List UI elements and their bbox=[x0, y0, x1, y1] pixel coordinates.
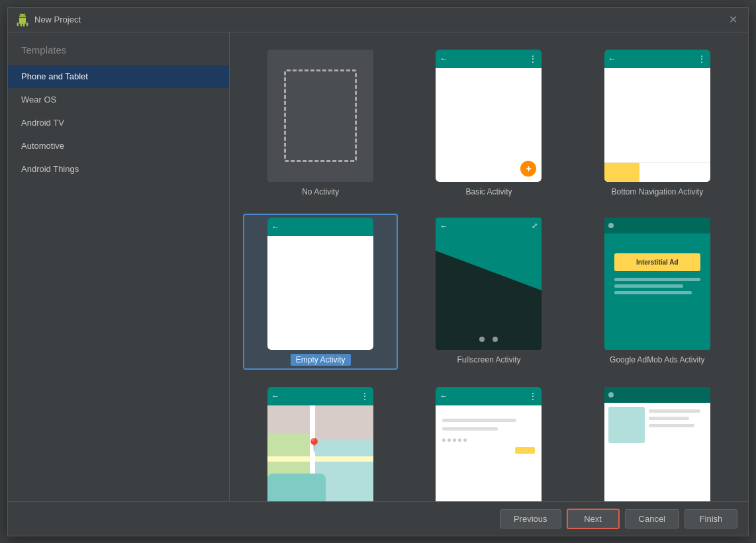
bottom-nav-phone-mock: ← ⋮ bbox=[604, 50, 710, 182]
svg-marker-0 bbox=[436, 251, 542, 350]
admob-line-2 bbox=[614, 284, 683, 288]
settings-line-1 bbox=[649, 409, 700, 413]
basic-activity-preview: ← ⋮ + bbox=[436, 50, 542, 182]
login-password-dots bbox=[436, 436, 542, 444]
pw-dot-5 bbox=[463, 439, 467, 442]
sidebar-item-label: Automotive bbox=[21, 141, 64, 151]
menu-dots-icon: ⋮ bbox=[529, 392, 538, 401]
basic-phone-header: ← ⋮ bbox=[436, 50, 542, 68]
admob-bg: Interstitial Ad bbox=[604, 218, 710, 350]
maps-phone-mock: ← ⋮ bbox=[267, 387, 373, 501]
template-no-activity[interactable]: No Activity bbox=[243, 46, 398, 200]
sidebar-item-automotive[interactable]: Automotive bbox=[8, 134, 229, 157]
settings-bg bbox=[604, 387, 710, 501]
login-phone-body bbox=[436, 405, 542, 501]
sidebar-item-label: Android Things bbox=[21, 164, 79, 174]
close-button[interactable]: ✕ bbox=[726, 13, 740, 26]
pw-dot-1 bbox=[442, 439, 446, 442]
new-project-dialog: New Project ✕ Templates Phone and Tablet… bbox=[7, 7, 749, 536]
sidebar-item-android-tv[interactable]: Android TV bbox=[8, 111, 229, 134]
main-area: No Activity ← ⋮ + bbox=[230, 32, 748, 501]
bottom-nav-header: ← ⋮ bbox=[604, 50, 710, 68]
maps-phone-header: ← ⋮ bbox=[267, 387, 373, 405]
admob-content-lines bbox=[604, 278, 710, 298]
back-arrow-icon: ← bbox=[440, 54, 448, 63]
fullscreen-topbar: ← ⤢ bbox=[436, 218, 542, 235]
pw-dot-2 bbox=[448, 439, 451, 442]
fullscreen-preview: ← ⤢ bbox=[436, 218, 542, 350]
finish-button[interactable]: Finish bbox=[685, 509, 737, 528]
empty-activity-preview: ← bbox=[267, 218, 373, 350]
nav-tab-2 bbox=[639, 163, 675, 182]
menu-dots-icon: ⋮ bbox=[529, 54, 538, 63]
next-button[interactable]: Next bbox=[567, 509, 620, 529]
sidebar-header: Templates bbox=[8, 32, 229, 65]
empty-phone-mock: ← bbox=[267, 218, 373, 350]
back-arrow-icon: ← bbox=[271, 392, 279, 401]
dialog-footer: Previous Next Cancel Finish bbox=[8, 501, 748, 536]
empty-phone-body bbox=[267, 236, 373, 350]
admob-line-1 bbox=[614, 278, 700, 281]
login-phone-header: ← ⋮ bbox=[436, 387, 542, 405]
settings-dot bbox=[608, 392, 614, 397]
interstitial-ad-label: Interstitial Ad bbox=[636, 259, 679, 266]
settings-image bbox=[608, 407, 645, 443]
interstitial-ad-card: Interstitial Ad bbox=[614, 253, 700, 271]
bottom-nav-bar bbox=[604, 162, 710, 182]
settings-header-bar bbox=[604, 387, 710, 403]
admob-line-3 bbox=[614, 291, 692, 294]
login-preview: ← ⋮ bbox=[436, 387, 542, 501]
back-arrow-icon: ← bbox=[440, 392, 448, 401]
previous-button[interactable]: Previous bbox=[500, 509, 561, 528]
maps-phone-body: 📍 bbox=[267, 405, 373, 501]
template-settings-activity[interactable]: Settings Activity bbox=[580, 383, 735, 501]
sidebar-item-wear-os[interactable]: Wear OS bbox=[8, 88, 229, 111]
title-bar: New Project ✕ bbox=[8, 8, 748, 32]
menu-dots-icon: ⋮ bbox=[698, 54, 706, 63]
nav-tab-1 bbox=[604, 163, 639, 182]
maps-preview: ← ⋮ bbox=[267, 387, 373, 501]
admob-label: Google AdMob Ads Activity bbox=[610, 355, 704, 364]
back-arrow-icon: ← bbox=[271, 222, 279, 231]
template-basic-activity[interactable]: ← ⋮ + Basic Activity bbox=[411, 46, 566, 200]
dialog-content: Templates Phone and Tablet Wear OS Andro… bbox=[8, 32, 748, 501]
settings-text-block bbox=[649, 407, 706, 501]
map-background: 📍 bbox=[267, 405, 373, 501]
empty-phone-header: ← bbox=[267, 218, 373, 236]
diagonal-svg bbox=[436, 218, 542, 350]
sidebar-item-label: Android TV bbox=[21, 118, 64, 128]
template-maps-activity[interactable]: ← ⋮ bbox=[243, 383, 398, 501]
template-admob-activity[interactable]: Interstitial Ad Google AdMob Ads Activit… bbox=[580, 214, 735, 370]
sidebar-item-android-things[interactable]: Android Things bbox=[8, 157, 229, 181]
settings-line-3 bbox=[649, 424, 695, 427]
fullscreen-dots bbox=[479, 337, 498, 342]
fullscreen-bg: ← ⤢ bbox=[436, 218, 542, 350]
back-arrow-icon: ← bbox=[608, 54, 616, 63]
template-empty-activity[interactable]: ← Empty Activity bbox=[243, 214, 398, 370]
expand-icon: ⤢ bbox=[532, 222, 538, 230]
admob-header bbox=[604, 218, 710, 233]
pw-dot-3 bbox=[453, 439, 456, 442]
template-fullscreen-activity[interactable]: ← ⤢ Fullscreen Activity bbox=[411, 214, 566, 370]
nav-tab-3 bbox=[675, 163, 710, 182]
settings-preview bbox=[604, 387, 710, 501]
no-activity-label: No Activity bbox=[302, 187, 339, 196]
sidebar-item-phone-tablet[interactable]: Phone and Tablet bbox=[8, 65, 229, 88]
bottom-nav-preview: ← ⋮ bbox=[604, 50, 710, 182]
login-text-lines bbox=[436, 405, 542, 436]
fullscreen-label: Fullscreen Activity bbox=[457, 355, 520, 364]
settings-content-area bbox=[604, 403, 710, 501]
no-activity-preview bbox=[267, 50, 373, 182]
basic-phone-body: + bbox=[436, 68, 542, 182]
template-login-activity[interactable]: ← ⋮ bbox=[411, 383, 566, 501]
login-content bbox=[436, 405, 542, 501]
no-activity-bg bbox=[267, 50, 373, 182]
pw-dot-4 bbox=[458, 439, 461, 442]
admob-preview: Interstitial Ad bbox=[604, 218, 710, 350]
dialog-title: New Project bbox=[34, 15, 721, 24]
login-line-2 bbox=[442, 427, 498, 431]
template-bottom-nav-activity[interactable]: ← ⋮ bbox=[580, 46, 735, 200]
login-button-area bbox=[436, 444, 542, 456]
cancel-button[interactable]: Cancel bbox=[625, 509, 679, 528]
map-marker-icon: 📍 bbox=[306, 437, 322, 453]
